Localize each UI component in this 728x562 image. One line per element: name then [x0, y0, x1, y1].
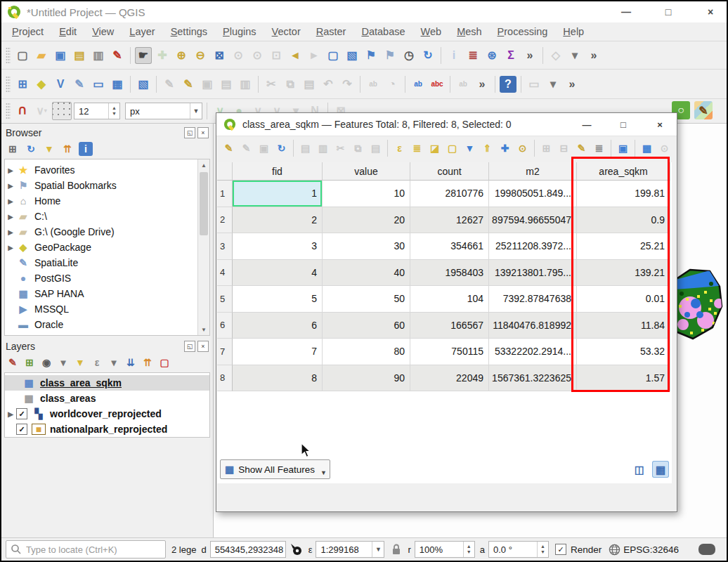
- cell-fid[interactable]: 5: [233, 286, 323, 313]
- help-icon[interactable]: ?: [500, 76, 516, 93]
- snapping-units-dropdown[interactable]: px ▼: [125, 103, 202, 119]
- cell-area-sqkm[interactable]: 11.84: [577, 313, 670, 339]
- cell-area-sqkm[interactable]: 25.21: [577, 233, 670, 260]
- zoom-last-icon[interactable]: ◄: [287, 47, 304, 64]
- select-by-expression-icon[interactable]: ε: [391, 140, 408, 157]
- scrollbar-thumb[interactable]: [200, 172, 208, 235]
- new-spatialite-layer-icon[interactable]: ✎: [71, 76, 88, 93]
- spinner-arrows-icon[interactable]: ▲▼: [463, 542, 474, 557]
- processing-toolbox-icon[interactable]: ⊛: [483, 47, 500, 64]
- expand-icon[interactable]: ▶: [5, 410, 16, 418]
- row-number[interactable]: 3: [217, 233, 233, 260]
- row-number[interactable]: 7: [217, 339, 233, 365]
- expand-all-icon[interactable]: ⇊: [124, 355, 138, 370]
- new-spatial-bookmark-icon[interactable]: ⚑: [363, 47, 379, 64]
- collapse-all-icon[interactable]: ⇈: [60, 142, 74, 156]
- menu-item-mesh[interactable]: Mesh: [449, 23, 489, 40]
- browser-item-c[interactable]: ▶▰C:\: [5, 209, 209, 224]
- spinner-arrows-icon[interactable]: ▲▼: [537, 542, 548, 557]
- cell-area-sqkm[interactable]: 53.32: [577, 339, 670, 365]
- maximize-icon[interactable]: □: [658, 3, 679, 21]
- cell-m2[interactable]: 11840476.818992: [489, 313, 577, 339]
- open-project-icon[interactable]: ▰: [33, 47, 50, 64]
- attwin-close-icon[interactable]: ×: [653, 117, 667, 132]
- cell-value[interactable]: 90: [323, 365, 410, 392]
- toolbar-overflow-icon[interactable]: »: [521, 47, 538, 64]
- osm-edit-plugin-icon[interactable]: ✎: [694, 101, 713, 119]
- enable-snapping-icon[interactable]: ∪: [14, 103, 31, 119]
- column-header-count[interactable]: count: [410, 162, 489, 181]
- collapse-all-layers-icon[interactable]: ⇈: [141, 355, 155, 370]
- filter-browser-icon[interactable]: ▼: [42, 142, 56, 156]
- deselect-all-icon[interactable]: ▢: [444, 140, 460, 157]
- browser-item-mssql[interactable]: ▶MSSQL: [5, 301, 209, 317]
- render-checkbox-icon[interactable]: ✓: [555, 544, 566, 555]
- filter-legend-icon[interactable]: ▼: [73, 355, 87, 370]
- cell-count[interactable]: 12627: [410, 207, 489, 234]
- cell-value[interactable]: 20: [323, 207, 410, 234]
- layer-visibility-checkbox[interactable]: ✓: [16, 424, 27, 435]
- browser-item-geopackage[interactable]: ▶◆GeoPackage: [5, 240, 209, 255]
- snapping-tolerance-spinner[interactable]: 12 ▲▼: [74, 103, 120, 119]
- row-number[interactable]: 8: [217, 365, 233, 392]
- zoom-map-to-selection-icon[interactable]: ⊙: [514, 140, 531, 157]
- cell-m2[interactable]: 25211208.3972...: [489, 233, 577, 260]
- new-geopackage-icon[interactable]: ◆: [33, 76, 50, 93]
- toolbar-handle[interactable]: [6, 76, 11, 93]
- crs-status[interactable]: EPSG:32646: [609, 544, 679, 556]
- layer-item-class-areas[interactable]: ▦class_areas: [5, 391, 209, 406]
- layer-item-worldcover-reprojected[interactable]: ▶✓▚worldcover_reprojected: [5, 406, 209, 422]
- lock-scale-icon[interactable]: [390, 543, 403, 556]
- cell-area-sqkm[interactable]: 0.9: [577, 207, 670, 234]
- actions-icon[interactable]: ▦: [639, 140, 655, 157]
- row-number[interactable]: 6: [217, 313, 233, 339]
- layers-float-icon[interactable]: ◱: [184, 341, 195, 352]
- cell-m2[interactable]: 139213801.795...: [489, 260, 577, 287]
- spinner-arrows-icon[interactable]: ▲▼: [108, 103, 119, 119]
- menu-item-raster[interactable]: Raster: [308, 23, 354, 40]
- layer-item-nationalpark-reprojected[interactable]: ✓■nationalpark_reprojected: [5, 422, 209, 437]
- menu-item-project[interactable]: Project: [4, 23, 51, 40]
- cell-count[interactable]: 354661: [410, 233, 489, 260]
- cell-m2[interactable]: 199805051.849...: [489, 181, 577, 207]
- chevron-down-icon[interactable]: ▼: [190, 103, 202, 119]
- menu-item-vector[interactable]: Vector: [264, 23, 308, 40]
- menu-item-settings[interactable]: Settings: [163, 23, 215, 40]
- new-gpx-layer-icon[interactable]: ▭: [90, 76, 107, 93]
- attribute-window-titlebar[interactable]: class_area_sqkm — Features Total: 8, Fil…: [216, 113, 677, 136]
- cell-m2[interactable]: 7392.87847638: [489, 286, 577, 313]
- toolbar-overflow-2-icon[interactable]: »: [585, 47, 602, 64]
- attr-reload-icon[interactable]: ↻: [273, 140, 290, 157]
- extents-icon[interactable]: [290, 542, 304, 556]
- expand-icon[interactable]: ▶: [5, 228, 16, 236]
- highlight-pinned-labels-icon[interactable]: abc: [429, 76, 446, 93]
- locator-search[interactable]: [6, 540, 166, 558]
- cell-area-sqkm[interactable]: 0.01: [577, 286, 670, 313]
- cell-count[interactable]: 104: [410, 286, 489, 313]
- open-field-calculator-icon[interactable]: ✎: [573, 140, 590, 157]
- coordinate-box[interactable]: 554345,2932348: [210, 541, 286, 558]
- menu-item-edit[interactable]: Edit: [51, 23, 84, 40]
- cell-fid[interactable]: 2: [233, 207, 323, 234]
- select-dropdown-icon[interactable]: ▾: [545, 76, 561, 93]
- cell-value[interactable]: 80: [323, 339, 410, 365]
- zoom-full-icon[interactable]: ⊠: [211, 47, 228, 64]
- render-toggle[interactable]: ✓ Render: [555, 544, 602, 555]
- column-header-fid[interactable]: fid: [233, 162, 323, 181]
- new-map-view-icon[interactable]: ▢: [325, 47, 342, 64]
- menu-item-processing[interactable]: Processing: [490, 23, 556, 40]
- label-toolbar-overflow-icon[interactable]: »: [474, 76, 490, 93]
- browser-close-icon[interactable]: ×: [197, 127, 209, 138]
- row-number[interactable]: 1: [217, 181, 233, 207]
- pin-labels-icon[interactable]: ab: [410, 76, 427, 93]
- cell-m2[interactable]: 1567361.3223625: [489, 365, 577, 392]
- layers-close-icon[interactable]: ×: [197, 341, 209, 352]
- cell-m2[interactable]: 897594.96655047: [489, 207, 577, 234]
- cell-count[interactable]: 22049: [410, 365, 489, 392]
- pan-map-to-selection-icon[interactable]: ✚: [497, 140, 513, 157]
- toolbar-handle[interactable]: [6, 47, 11, 64]
- add-selected-layers-icon[interactable]: ⊞: [6, 142, 20, 156]
- scroll-down-icon[interactable]: ▼: [198, 324, 209, 335]
- themes-dropdown-icon[interactable]: ▾: [56, 355, 70, 370]
- manage-map-themes-icon[interactable]: ◉: [39, 355, 53, 370]
